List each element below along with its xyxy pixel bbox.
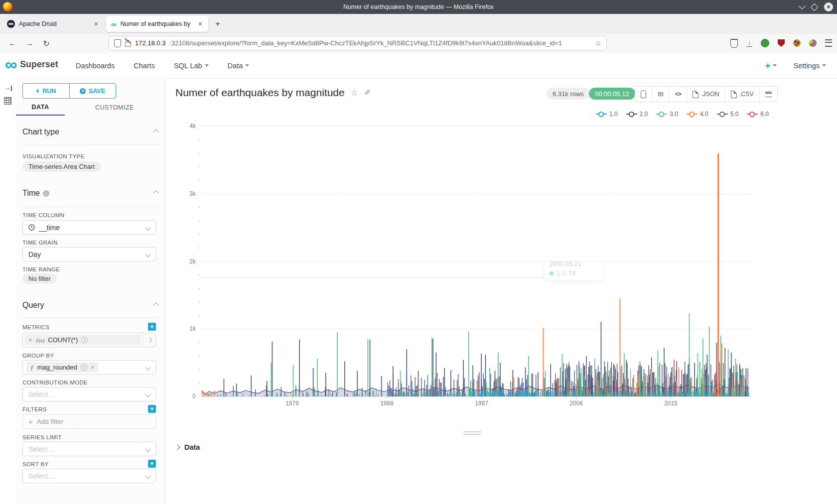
legend-marker-icon bbox=[626, 112, 637, 117]
left-rail: → bbox=[0, 78, 16, 504]
viz-type-value[interactable]: Time-series Area Chart bbox=[22, 161, 101, 172]
superset-navbar: ∞ Superset Dashboards Charts SQL Lab Dat… bbox=[0, 53, 837, 79]
extension-pinwheel-icon[interactable] bbox=[809, 39, 817, 47]
tab-close-icon[interactable]: × bbox=[93, 20, 99, 27]
remove-metric-icon[interactable]: × bbox=[28, 337, 32, 343]
chart-title: Numer of earthquakes by magnitude bbox=[175, 87, 345, 99]
embed-code-button[interactable]: <> bbox=[670, 87, 687, 102]
legend-item-3.0[interactable]: 3.0 bbox=[656, 111, 678, 118]
tab-label: Numer of earthquakes by bbox=[121, 20, 193, 27]
caret-down-icon bbox=[773, 64, 777, 67]
superset-brand: Superset bbox=[20, 59, 58, 70]
help-icon: ? bbox=[81, 337, 88, 343]
chart-menu-button[interactable] bbox=[760, 87, 777, 102]
legend-item-2.0[interactable]: 2.0 bbox=[626, 111, 648, 118]
legend-item-5.0[interactable]: 5.0 bbox=[717, 111, 739, 118]
export-json-button[interactable]: .JSON bbox=[687, 87, 725, 102]
screen: Numer of earthquakes by magnitude — Mozi… bbox=[0, 0, 837, 504]
dataset-grid-icon[interactable] bbox=[4, 97, 11, 105]
metric-expand-arrow[interactable] bbox=[142, 333, 155, 347]
tab-customize[interactable]: CUSTOMIZE bbox=[65, 100, 164, 116]
time-grain-select[interactable]: Day bbox=[22, 247, 156, 261]
new-item-button[interactable]: + bbox=[765, 60, 776, 71]
url-bar[interactable]: 172.18.0.3 :32108/superset/explore/?form… bbox=[109, 36, 607, 50]
time-range-label: TIME RANGE bbox=[22, 266, 60, 272]
info-icon: i bbox=[43, 190, 49, 197]
file-icon bbox=[731, 91, 737, 98]
nav-data[interactable]: Data bbox=[228, 62, 250, 70]
superset-logo[interactable]: ∞ Superset bbox=[5, 57, 58, 72]
metrics-label: METRICS bbox=[22, 324, 49, 330]
firefox-menu-icon[interactable] bbox=[825, 39, 832, 47]
copy-link-button[interactable] bbox=[635, 87, 652, 102]
collapse-icon[interactable] bbox=[153, 302, 158, 308]
window-titlebar: Numer of earthquakes by magnitude — Mozi… bbox=[0, 0, 837, 14]
metric-item[interactable]: × ƒ(x) COUNT(*) ? bbox=[22, 333, 156, 347]
back-button[interactable]: ← bbox=[4, 39, 21, 48]
nav-charts[interactable]: Charts bbox=[134, 62, 155, 70]
window-minimize-button[interactable] bbox=[799, 2, 806, 9]
time-range-value[interactable]: No filter bbox=[22, 273, 57, 284]
time-column-select[interactable]: __time bbox=[22, 220, 156, 235]
hamburger-icon bbox=[765, 92, 772, 97]
series-dot bbox=[550, 271, 554, 275]
add-metric-button[interactable]: + bbox=[148, 323, 156, 331]
nav-sql-lab[interactable]: SQL Lab bbox=[174, 62, 209, 70]
email-button[interactable]: ✉ bbox=[652, 87, 670, 102]
legend-item-6.0[interactable]: 6.0 bbox=[747, 111, 769, 118]
envelope-icon: ✉ bbox=[658, 90, 664, 98]
pocket-shield-icon[interactable] bbox=[730, 39, 738, 48]
tab-data[interactable]: DATA bbox=[16, 100, 65, 116]
bookmark-star-icon[interactable]: ☆ bbox=[595, 39, 601, 47]
tab-close-icon[interactable]: × bbox=[197, 20, 203, 27]
browser-toolbar: ← → ↻ 172.18.0.3 :32108/superset/explore… bbox=[0, 34, 837, 53]
collapse-icon[interactable] bbox=[153, 190, 158, 196]
tab-apache-druid[interactable]: Apache Druid × bbox=[2, 16, 104, 32]
nav-dashboards[interactable]: Dashboards bbox=[76, 62, 115, 70]
url-path: :32108/superset/explore/?form_data_key=K… bbox=[169, 39, 591, 47]
file-icon bbox=[693, 91, 698, 98]
settings-menu[interactable]: Settings bbox=[794, 62, 826, 70]
data-panel-toggle[interactable]: Data bbox=[175, 443, 200, 451]
add-sort-by-button[interactable]: + bbox=[148, 460, 156, 468]
section-chart-type[interactable]: Chart type bbox=[22, 127, 158, 136]
legend-marker-icon bbox=[656, 112, 667, 117]
new-tab-button[interactable]: + bbox=[215, 19, 220, 29]
export-csv-button[interactable]: .CSV bbox=[725, 87, 760, 102]
downloads-icon[interactable]: ↓ bbox=[746, 39, 752, 47]
window-maximize-button[interactable] bbox=[811, 3, 819, 11]
cookie-extension-icon[interactable] bbox=[793, 39, 801, 47]
contribution-mode-select[interactable]: Select ... bbox=[22, 387, 156, 401]
favorite-star-icon[interactable]: ☆ bbox=[351, 88, 358, 98]
timeseries-area-chart[interactable] bbox=[164, 120, 837, 418]
run-button[interactable]: RUN bbox=[23, 84, 70, 98]
window-title: Numer of earthquakes by magnitude — Mozi… bbox=[0, 3, 837, 10]
sort-by-select[interactable]: Select ... bbox=[22, 469, 156, 483]
superset-favicon: ∞ bbox=[111, 20, 117, 28]
tab-superset-chart[interactable]: ∞ Numer of earthquakes by × bbox=[106, 16, 208, 32]
edit-title-icon[interactable]: ✎ bbox=[364, 88, 371, 97]
series-limit-select[interactable]: Select ... bbox=[22, 442, 156, 456]
caret-down-icon bbox=[145, 391, 150, 397]
save-button[interactable]: +SAVE bbox=[70, 84, 116, 98]
collapse-icon[interactable] bbox=[153, 129, 158, 134]
forward-button[interactable]: → bbox=[21, 39, 38, 48]
legend-item-1.0[interactable]: 1.0 bbox=[596, 111, 618, 118]
extension-green-icon[interactable] bbox=[761, 39, 769, 47]
reload-button[interactable]: ↻ bbox=[38, 39, 55, 48]
remove-groupby-icon[interactable]: × bbox=[91, 364, 95, 371]
section-time[interactable]: Timei bbox=[22, 189, 158, 198]
window-close-button[interactable]: × bbox=[824, 2, 833, 11]
add-filter-button[interactable]: + bbox=[148, 405, 156, 413]
caret-down-icon bbox=[245, 64, 249, 67]
tracking-protection-icon[interactable] bbox=[114, 39, 121, 47]
ublock-icon[interactable] bbox=[778, 39, 785, 47]
legend-item-4.0[interactable]: 4.0 bbox=[687, 111, 708, 118]
expand-datasource-icon[interactable]: → bbox=[4, 84, 12, 92]
section-query[interactable]: Query bbox=[22, 301, 158, 310]
add-filter-dropzone[interactable]: +Add filter bbox=[22, 414, 156, 429]
resize-handle[interactable] bbox=[463, 430, 481, 435]
caret-down-icon bbox=[145, 225, 150, 230]
group-by-select[interactable]: ƒ mag_rounded ? × bbox=[22, 360, 156, 375]
caret-down-icon bbox=[822, 64, 826, 67]
